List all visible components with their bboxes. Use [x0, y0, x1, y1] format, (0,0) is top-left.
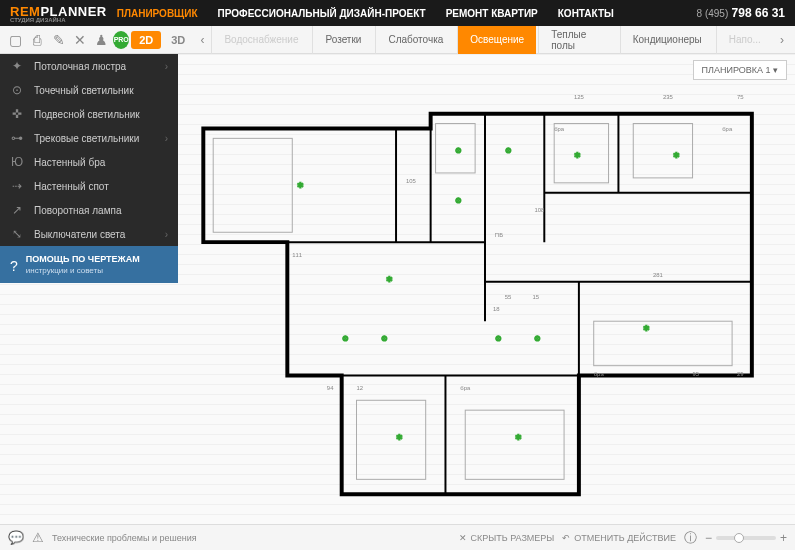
floorplan-view[interactable]: ✱ ⊗ ⊗ ⊗ ✱ ✱ ✱ ✱ ✱ ✱ ⊗ ⊗ ⊗ ⊗ 125 235 75 1… — [190, 84, 780, 509]
sidebar-item-wallspot[interactable]: ⇢Настенный спот — [0, 174, 178, 198]
svg-text:⊗: ⊗ — [505, 146, 512, 155]
svg-rect-2 — [633, 124, 692, 178]
layout-dropdown[interactable]: ПЛАНИРОВКА 1 ▾ — [693, 60, 787, 80]
svg-text:111: 111 — [292, 252, 302, 258]
sidebar-item-switches[interactable]: ⤡Выключатели света› — [0, 222, 178, 246]
rotating-icon: ↗ — [10, 203, 24, 217]
svg-text:⊗: ⊗ — [455, 146, 462, 155]
toolbar: ▢ ⎙ ✎ ✕ ♟ PRO 2D 3D ‹ Водоснабжение Розе… — [0, 26, 795, 54]
sidebar-item-chandelier[interactable]: ✦Потолочная люстра› — [0, 54, 178, 78]
svg-text:105: 105 — [406, 178, 417, 184]
wall-tool-icon[interactable]: ▢ — [6, 29, 25, 51]
svg-text:⊗: ⊗ — [342, 334, 349, 343]
zoom-control[interactable]: − + — [705, 531, 787, 545]
switch-icon: ⤡ — [10, 227, 24, 241]
footer: 💬 ⚠ Технические проблемы и решения ✕ СКР… — [0, 524, 795, 550]
zoom-in-icon[interactable]: + — [780, 531, 787, 545]
svg-text:бра: бра — [722, 126, 733, 132]
tabs-prev-icon[interactable]: ‹ — [195, 33, 209, 47]
svg-text:⊗: ⊗ — [381, 334, 388, 343]
nav-contacts[interactable]: КОНТАКТЫ — [548, 8, 624, 19]
tech-problems-link[interactable]: Технические проблемы и решения — [52, 533, 197, 543]
svg-text:235: 235 — [663, 94, 674, 100]
svg-text:✱: ✱ — [297, 181, 304, 190]
svg-text:108: 108 — [534, 207, 545, 213]
svg-text:94: 94 — [327, 385, 334, 391]
svg-text:75: 75 — [737, 94, 744, 100]
view-2d-button[interactable]: 2D — [131, 31, 161, 49]
track-icon: ⊶ — [10, 131, 24, 145]
view-3d-button[interactable]: 3D — [163, 31, 193, 49]
svg-text:✱: ✱ — [515, 433, 522, 442]
chevron-right-icon: › — [165, 229, 168, 240]
svg-rect-5 — [465, 410, 564, 479]
svg-text:55: 55 — [505, 294, 512, 300]
lighting-sidebar: ✦Потолочная люстра› ⊙Точечный светильник… — [0, 54, 178, 283]
help-box[interactable]: ? ПОМОЩЬ ПО ЧЕРТЕЖАМ инструкции и советы — [0, 246, 178, 283]
info-icon[interactable]: ⓘ — [684, 529, 697, 547]
nav-repair[interactable]: РЕМОНТ КВАРТИР — [436, 8, 548, 19]
sconce-icon: Ю — [10, 155, 24, 169]
tab-lighting[interactable]: Освещение — [457, 26, 536, 54]
svg-text:125: 125 — [574, 94, 585, 100]
warning-icon[interactable]: ⚠ — [32, 530, 44, 545]
tabs-next-icon[interactable]: › — [775, 33, 789, 47]
tab-ac[interactable]: Кондиционеры — [620, 26, 714, 54]
phone-number: 8 (495) 798 66 31 — [697, 6, 785, 20]
undo-button[interactable]: ↶ ОТМЕНИТЬ ДЕЙСТВИЕ — [562, 533, 676, 543]
svg-text:✱: ✱ — [574, 151, 581, 160]
svg-text:✱: ✱ — [673, 151, 680, 160]
top-header: REMPLANNER СТУДИЯ ДИЗАЙНА ПЛАНИРОВЩИК ПР… — [0, 0, 795, 26]
svg-text:ПБ: ПБ — [495, 232, 503, 238]
svg-text:95: 95 — [693, 371, 700, 377]
svg-text:бра: бра — [594, 371, 605, 377]
svg-text:12: 12 — [357, 385, 364, 391]
logo[interactable]: REMPLANNER СТУДИЯ ДИЗАЙНА — [10, 4, 107, 23]
wallspot-icon: ⇢ — [10, 179, 24, 193]
spotlight-icon: ⊙ — [10, 83, 24, 97]
svg-text:⊗: ⊗ — [534, 334, 541, 343]
zoom-out-icon[interactable]: − — [705, 531, 712, 545]
nav-design[interactable]: ПРОФЕССИОНАЛЬНЫЙ ДИЗАЙН-ПРОЕКТ — [208, 8, 436, 19]
svg-text:15: 15 — [532, 294, 539, 300]
svg-text:✱: ✱ — [643, 324, 650, 333]
svg-text:бра: бра — [460, 385, 471, 391]
help-title: ПОМОЩЬ ПО ЧЕРТЕЖАМ — [10, 254, 168, 264]
zoom-slider[interactable] — [716, 536, 776, 540]
tab-lowcurrent[interactable]: Слаботочка — [375, 26, 455, 54]
tab-more[interactable]: Напо... — [716, 26, 773, 54]
pro-badge[interactable]: PRO — [113, 31, 129, 49]
sidebar-item-sconce[interactable]: ЮНастенный бра — [0, 150, 178, 174]
measure-icon[interactable]: ✎ — [49, 29, 68, 51]
user-icon[interactable]: ♟ — [92, 29, 111, 51]
tab-water[interactable]: Водоснабжение — [211, 26, 310, 54]
svg-text:✱: ✱ — [386, 275, 393, 284]
nav-planner[interactable]: ПЛАНИРОВЩИК — [107, 8, 208, 19]
settings-icon[interactable]: ✕ — [70, 29, 89, 51]
hide-dims-button[interactable]: ✕ СКРЫТЬ РАЗМЕРЫ — [459, 533, 555, 543]
svg-rect-3 — [594, 321, 732, 365]
svg-text:⊗: ⊗ — [455, 196, 462, 205]
pendant-icon: ✜ — [10, 107, 24, 121]
chandelier-icon: ✦ — [10, 59, 24, 73]
svg-rect-4 — [357, 400, 426, 479]
chat-icon[interactable]: 💬 — [8, 530, 24, 545]
tab-sockets[interactable]: Розетки — [312, 26, 373, 54]
svg-text:✱: ✱ — [396, 433, 403, 442]
svg-text:18: 18 — [493, 306, 500, 312]
chevron-right-icon: › — [165, 61, 168, 72]
svg-text:бра: бра — [554, 126, 565, 132]
sidebar-item-track[interactable]: ⊶Трековые светильники› — [0, 126, 178, 150]
chevron-right-icon: › — [165, 133, 168, 144]
help-icon: ? — [10, 258, 18, 274]
sidebar-item-spotlight[interactable]: ⊙Точечный светильник — [0, 78, 178, 102]
svg-rect-0 — [213, 138, 292, 232]
svg-text:⊗: ⊗ — [495, 334, 502, 343]
svg-text:281: 281 — [653, 272, 663, 278]
sidebar-item-rotating[interactable]: ↗Поворотная лампа — [0, 198, 178, 222]
canvas-area[interactable]: ✦Потолочная люстра› ⊙Точечный светильник… — [0, 54, 795, 524]
sidebar-item-pendant[interactable]: ✜Подвесной светильник — [0, 102, 178, 126]
tab-heating[interactable]: Теплые полы — [538, 26, 618, 54]
print-icon[interactable]: ⎙ — [27, 29, 46, 51]
help-subtitle: инструкции и советы — [10, 266, 168, 275]
